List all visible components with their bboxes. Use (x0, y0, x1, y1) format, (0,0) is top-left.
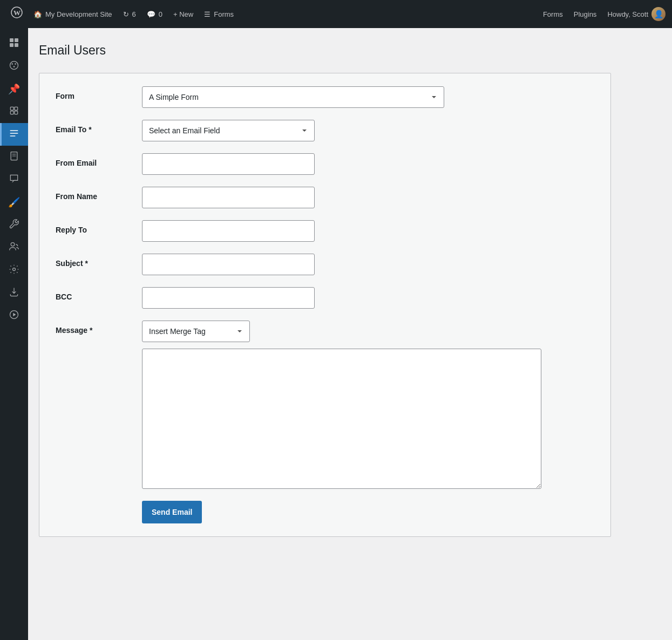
sidebar-item-forms[interactable] (0, 123, 28, 146)
email-to-field: Select an Email Field (142, 120, 594, 141)
admin-bar-left: W 🏠 My Development Site ↻ 6 💬 0 + New ☰ … (6, 4, 543, 24)
message-label: Message * (56, 321, 142, 335)
sidebar-item-import[interactable] (0, 282, 28, 304)
sidebar-item-users[interactable] (0, 236, 28, 259)
sidebar-item-appearance[interactable] (0, 55, 28, 78)
email-to-label: Email To * (56, 120, 142, 134)
svg-rect-3 (15, 38, 18, 42)
email-to-row: Email To * Select an Email Field (56, 120, 594, 141)
sidebar-item-dashboard[interactable] (0, 32, 28, 55)
svg-point-6 (10, 61, 18, 69)
svg-text:W: W (13, 9, 21, 17)
subject-field (142, 254, 594, 275)
tools-icon (9, 219, 19, 232)
form-dropdown[interactable]: A Simple Form (142, 86, 444, 108)
forms-label: Forms (214, 10, 234, 18)
forms-sidebar-icon (9, 128, 19, 141)
sidebar-item-play[interactable] (0, 304, 28, 327)
admin-bar-right: Forms Plugins Howdy, Scott 👤 (543, 7, 666, 21)
dashboard-icon (9, 37, 19, 51)
avatar: 👤 (651, 7, 666, 21)
forms-link[interactable]: Forms (543, 10, 563, 18)
new-button[interactable]: + New (169, 8, 198, 21)
svg-point-21 (13, 268, 16, 270)
email-to-dropdown[interactable]: Select an Email Field (142, 120, 315, 141)
svg-point-20 (11, 242, 15, 246)
svg-rect-10 (10, 107, 13, 110)
import-icon (9, 287, 19, 300)
form-field-label: Form (56, 86, 142, 100)
pages-icon (9, 151, 19, 164)
site-name-label: My Development Site (45, 10, 112, 18)
form-select-field: A Simple Form (142, 86, 594, 108)
comments-sidebar-icon (9, 173, 19, 187)
merge-tag-dropdown[interactable]: Insert Merge Tag (142, 321, 250, 342)
sidebar-item-comments[interactable] (0, 168, 28, 191)
wp-logo-button[interactable]: W (6, 4, 27, 24)
comments-count: 0 (159, 10, 162, 18)
home-icon: 🏠 (33, 10, 42, 18)
svg-rect-11 (15, 107, 18, 110)
forms-icon: ☰ (204, 10, 211, 18)
send-email-button[interactable]: Send Email (142, 501, 202, 523)
main-content: Email Users Form A Simple Form Email To … (28, 28, 672, 640)
sidebar-item-settings[interactable] (0, 259, 28, 282)
from-email-label: From Email (56, 153, 142, 167)
svg-rect-15 (10, 133, 18, 134)
bcc-label: BCC (56, 287, 142, 301)
site-name-button[interactable]: 🏠 My Development Site (29, 8, 117, 21)
sidebar: 📌 (0, 28, 28, 640)
plugin-icon (9, 105, 19, 119)
sidebar-item-pages[interactable] (0, 146, 28, 168)
sidebar-item-posts[interactable]: 📌 (0, 78, 28, 100)
submit-row: Send Email (56, 501, 594, 523)
from-email-input[interactable] (142, 153, 315, 175)
users-icon (9, 241, 19, 255)
howdy-label: Howdy, Scott (607, 10, 648, 18)
svg-rect-2 (10, 38, 13, 42)
reply-to-row: Reply To (56, 220, 594, 242)
brush-icon: 🖌️ (8, 196, 20, 208)
settings-icon (9, 264, 19, 277)
new-label: + New (173, 10, 193, 18)
wp-logo-icon: W (11, 6, 23, 22)
message-field-wrapper: Insert Merge Tag (142, 321, 594, 489)
svg-rect-14 (10, 130, 18, 131)
from-email-row: From Email (56, 153, 594, 175)
sidebar-item-themes[interactable]: 🖌️ (0, 191, 28, 214)
message-row: Message * Insert Merge Tag (56, 321, 594, 489)
subject-row: Subject * (56, 254, 594, 275)
page-title: Email Users (39, 39, 661, 62)
svg-rect-5 (15, 43, 18, 47)
updates-icon: ↻ (123, 10, 129, 18)
comments-icon: 💬 (147, 10, 155, 18)
forms-button[interactable]: ☰ Forms (200, 8, 238, 21)
updates-button[interactable]: ↻ 6 (119, 8, 140, 21)
sidebar-item-plugins[interactable] (0, 100, 28, 123)
admin-bar: W 🏠 My Development Site ↻ 6 💬 0 + New ☰ … (0, 0, 672, 28)
form-card: Form A Simple Form Email To * Select an … (39, 73, 611, 537)
bcc-input[interactable] (142, 287, 315, 309)
updates-count: 6 (132, 10, 136, 18)
reply-to-label: Reply To (56, 220, 142, 234)
sidebar-item-tools[interactable] (0, 214, 28, 236)
reply-to-input[interactable] (142, 220, 315, 242)
from-name-label: From Name (56, 187, 142, 201)
play-icon (9, 309, 19, 323)
subject-input[interactable] (142, 254, 315, 275)
reply-to-field (142, 220, 594, 242)
pin-icon: 📌 (8, 83, 20, 95)
svg-rect-4 (10, 43, 13, 47)
bcc-row: BCC (56, 287, 594, 309)
svg-point-9 (13, 66, 15, 67)
form-row: Form A Simple Form (56, 86, 594, 108)
message-textarea[interactable] (142, 349, 541, 489)
svg-rect-12 (10, 111, 13, 114)
from-name-input[interactable] (142, 187, 315, 208)
comments-button[interactable]: 💬 0 (142, 8, 167, 21)
palette-icon (9, 60, 19, 73)
howdy-button[interactable]: Howdy, Scott 👤 (607, 7, 666, 21)
plugins-link[interactable]: Plugins (574, 10, 597, 18)
svg-rect-13 (15, 111, 18, 114)
subject-label: Subject * (56, 254, 142, 268)
